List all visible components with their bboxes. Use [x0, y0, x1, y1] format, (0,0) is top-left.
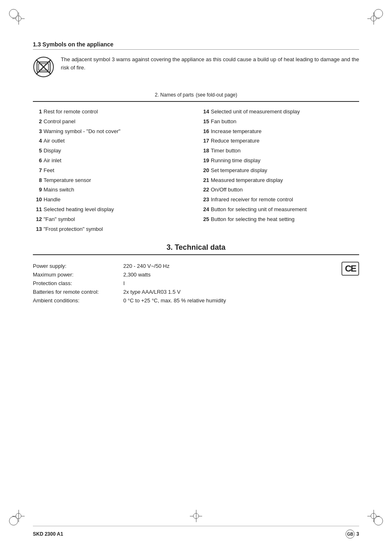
corner-circle-top-left: [9, 9, 18, 18]
part-number: 10: [33, 196, 42, 204]
part-number: 25: [200, 215, 209, 224]
part-number: 16: [200, 127, 209, 136]
part-number: 13: [33, 225, 42, 234]
part-number: 4: [33, 137, 42, 145]
part-label: On/Off button: [211, 186, 243, 194]
parts-left-column: 1Rest for remote control2Control panel3W…: [33, 108, 192, 233]
part-number: 22: [200, 186, 209, 194]
part-number: 23: [200, 196, 209, 204]
part-number: 1: [33, 108, 42, 116]
tech-value: 2,300 watts: [123, 270, 359, 279]
list-item: 24Button for selecting unit of measureme…: [200, 205, 359, 214]
part-number: 3: [33, 127, 42, 136]
part-number: 9: [33, 186, 42, 194]
symbol-description: The adjacent symbol 3 warns against cove…: [61, 55, 359, 71]
tech-label: Ambient conditions:: [33, 296, 123, 305]
part-label: Control panel: [44, 117, 75, 126]
tech-label: Protection class:: [33, 279, 123, 288]
part-number: 7: [33, 166, 42, 175]
list-item: 6Air inlet: [33, 157, 192, 165]
part-label: Button for selecting unit of measurement: [211, 205, 307, 214]
model-number: SKD 2300 A1: [33, 531, 63, 537]
parts-grid: 1Rest for remote control2Control panel3W…: [33, 108, 359, 233]
tech-value: I: [123, 279, 359, 288]
list-item: 23Infrared receiver for remote control: [200, 196, 359, 204]
part-label: Rest for remote control: [44, 108, 98, 116]
part-label: Infrared receiver for remote control: [211, 196, 293, 204]
corner-circle-bottom-right: [374, 516, 383, 525]
part-label: Selected unit of measurement display: [211, 108, 300, 116]
no-cover-icon: [33, 56, 54, 78]
list-item: 5Display: [33, 147, 192, 155]
tech-value: 0 °C to +25 °C, max. 85 % relative humid…: [123, 296, 359, 305]
section-2: 2. Names of parts (see fold-out page) 1R…: [33, 90, 359, 233]
section-3-title: 3. Technical data: [33, 243, 359, 255]
part-label: Selected heating level display: [44, 205, 114, 214]
list-item: 2Control panel: [33, 117, 192, 126]
list-item: 18Timer button: [200, 147, 359, 155]
list-item: 19Running time display: [200, 157, 359, 165]
part-number: 8: [33, 176, 42, 185]
list-item: 7Feet: [33, 166, 192, 175]
part-label: Air inlet: [44, 157, 61, 165]
list-item: 20Set temperature display: [200, 166, 359, 175]
table-row: Maximum power:2,300 watts: [33, 270, 359, 279]
list-item: 1Rest for remote control: [33, 108, 192, 116]
part-label: Feet: [44, 166, 54, 175]
list-item: 25Button for selecting the heat setting: [200, 215, 359, 224]
part-label: Fan button: [211, 117, 236, 126]
corner-circle-bottom-left: [9, 516, 18, 525]
part-number: 14: [200, 108, 209, 116]
part-label: Button for selecting the heat setting: [211, 215, 295, 224]
part-label: Handle: [44, 196, 60, 204]
section-3: 3. Technical data Power supply:220 - 240…: [33, 243, 359, 305]
symbol-box: The adjacent symbol 3 warns against cove…: [33, 55, 359, 78]
page-number: 3: [356, 531, 359, 537]
part-number: 21: [200, 176, 209, 185]
list-item: 22On/Off button: [200, 186, 359, 194]
table-row: Power supply:220 - 240 V~/50 Hz: [33, 262, 359, 270]
section-13-title: 1.3 Symbols on the appliance: [33, 41, 359, 50]
list-item: 13"Frost protection" symbol: [33, 225, 192, 234]
ce-mark: CE: [341, 262, 359, 276]
part-number: 24: [200, 205, 209, 214]
tech-value: 220 - 240 V~/50 Hz: [123, 262, 359, 270]
part-number: 2: [33, 117, 42, 126]
list-item: 9Mains switch: [33, 186, 192, 194]
part-label: Warning symbol - "Do not cover": [44, 127, 120, 136]
part-label: Increase temperature: [211, 127, 262, 136]
part-label: Temperature sensor: [44, 176, 91, 185]
page: 1.3 Symbols on the appliance The adjacen…: [0, 0, 392, 555]
list-item: 3Warning symbol - "Do not cover": [33, 127, 192, 136]
country-page: GB 3: [346, 530, 359, 539]
part-label: Display: [44, 147, 61, 155]
list-item: 15Fan button: [200, 117, 359, 126]
list-item: 11Selected heating level display: [33, 205, 192, 214]
country-code: GB: [347, 532, 353, 537]
part-label: Set temperature display: [211, 166, 267, 175]
part-label: "Fan" symbol: [44, 215, 75, 224]
technical-data-table: Power supply:220 - 240 V~/50 HzMaximum p…: [33, 262, 359, 305]
crosshair-bottom-middle: [190, 510, 202, 522]
tech-label: Maximum power:: [33, 270, 123, 279]
list-item: 21Measured temperature display: [200, 176, 359, 185]
part-label: Timer button: [211, 147, 241, 155]
list-item: 16Increase temperature: [200, 127, 359, 136]
list-item: 8Temperature sensor: [33, 176, 192, 185]
part-number: 15: [200, 117, 209, 126]
tech-label: Batteries for remote control:: [33, 288, 123, 296]
part-number: 19: [200, 157, 209, 165]
part-number: 18: [200, 147, 209, 155]
part-label: Reduce temperature: [211, 137, 260, 145]
section-2-title: 2. Names of parts (see fold-out page): [33, 90, 359, 102]
list-item: 10Handle: [33, 196, 192, 204]
table-row: Protection class:I: [33, 279, 359, 288]
list-item: 14Selected unit of measurement display: [200, 108, 359, 116]
footer: SKD 2300 A1 GB 3: [33, 526, 359, 539]
section-2-subtitle: (see fold-out page): [196, 92, 238, 98]
part-label: Air outlet: [44, 137, 65, 145]
part-number: 20: [200, 166, 209, 175]
tech-label: Power supply:: [33, 262, 123, 270]
part-label: "Frost protection" symbol: [44, 225, 103, 234]
corner-circle-top-right: [374, 9, 383, 18]
